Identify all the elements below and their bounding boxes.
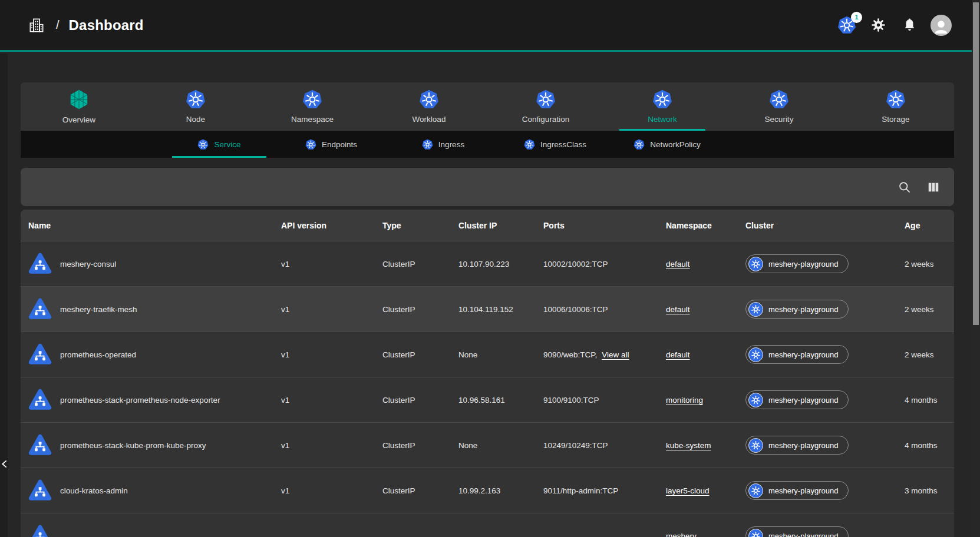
table-row[interactable]: prometheus-stack-kube-prom-kube-proxy v1… xyxy=(21,423,954,468)
cluster-ip: None xyxy=(458,350,543,359)
view-all-ports-link[interactable]: View all xyxy=(602,350,629,359)
age: 4 months xyxy=(905,441,946,450)
cluster-chip[interactable]: meshery-playground xyxy=(745,436,849,455)
service-resource-icon xyxy=(28,297,52,321)
ports: 9100/9100:TCP xyxy=(543,396,666,405)
subtab-ingressclass[interactable]: IngressClass xyxy=(499,131,611,158)
column-header-namespace[interactable]: Namespace xyxy=(666,221,745,230)
organization-building-icon[interactable] xyxy=(28,16,45,34)
kubernetes-context-button[interactable]: 1 xyxy=(837,15,857,35)
cluster-chip[interactable]: meshery-playground xyxy=(745,345,849,364)
service-resource-icon xyxy=(28,388,52,412)
subtab-label: Endpoints xyxy=(322,140,357,149)
column-header-name[interactable]: Name xyxy=(28,221,281,230)
table-row[interactable]: prometheus-operated v1 ClusterIP None 90… xyxy=(21,332,954,377)
tab-label: Network xyxy=(648,115,677,124)
tab-label: Namespace xyxy=(291,115,334,124)
subtab-service[interactable]: Service xyxy=(163,131,275,158)
tab-label: Security xyxy=(765,115,794,124)
cluster-ip: 10.96.58.161 xyxy=(458,396,543,405)
services-table: Name API version Type Cluster IP Ports N… xyxy=(21,210,954,537)
column-header-ports[interactable]: Ports xyxy=(543,221,666,230)
context-count-badge: 1 xyxy=(851,12,862,23)
scrollbar-thumb[interactable] xyxy=(973,2,979,325)
namespace-link[interactable]: monitoring xyxy=(666,396,703,405)
cluster-chip[interactable]: meshery-playground xyxy=(745,390,849,409)
table-row[interactable]: prometheus-stack-prometheus-node-exporte… xyxy=(21,377,954,423)
cluster-ip: 10.107.90.223 xyxy=(458,260,543,268)
meshery-icon xyxy=(68,89,90,110)
drawer-collapse-toggle[interactable] xyxy=(0,449,10,479)
header-actions: 1 xyxy=(837,15,956,36)
user-avatar[interactable] xyxy=(930,15,952,36)
view-columns-icon[interactable] xyxy=(926,180,941,195)
table-row[interactable]: meshery-traefik-mesh v1 ClusterIP 10.104… xyxy=(21,287,954,332)
tab-node[interactable]: Node xyxy=(137,82,254,131)
cluster-chip[interactable]: meshery-playground xyxy=(745,300,849,319)
ports: 10006/10006:TCP xyxy=(543,305,666,314)
kubernetes-icon xyxy=(748,393,763,407)
cluster-chip[interactable]: meshery-playground xyxy=(745,254,849,273)
kubernetes-icon xyxy=(302,90,322,110)
subtab-networkpolicy[interactable]: NetworkPolicy xyxy=(611,131,723,158)
tab-configuration[interactable]: Configuration xyxy=(487,82,604,131)
subtab-label: IngressClass xyxy=(540,140,586,149)
tab-label: Overview xyxy=(62,115,95,124)
kubernetes-icon xyxy=(197,139,209,150)
table-toolbar xyxy=(21,168,954,206)
page-title: Dashboard xyxy=(69,17,144,34)
cluster-ip: None xyxy=(458,441,543,450)
column-header-cluster-ip[interactable]: Cluster IP xyxy=(458,221,543,230)
kubernetes-icon xyxy=(748,257,763,271)
subtab-endpoints[interactable]: Endpoints xyxy=(275,131,387,158)
tab-security[interactable]: Security xyxy=(721,82,837,131)
kubernetes-icon xyxy=(536,90,556,110)
resource-tabbar: Overview Node Namespace Workload Configu… xyxy=(21,82,954,131)
api-version: v1 xyxy=(281,350,382,359)
namespace-link[interactable]: layer5-cloud xyxy=(666,486,710,495)
api-version: v1 xyxy=(281,305,382,314)
notifications-bell-button[interactable] xyxy=(899,15,919,35)
service-resource-icon xyxy=(28,524,52,537)
subtab-underline xyxy=(172,156,266,158)
column-header-type[interactable]: Type xyxy=(382,221,458,230)
kubernetes-icon xyxy=(652,90,672,110)
tab-label: Storage xyxy=(882,115,909,124)
age: 3 months xyxy=(905,486,946,495)
namespace-link[interactable]: default xyxy=(666,305,690,314)
namespace-link[interactable]: meshery xyxy=(666,532,697,537)
table-header-row: Name API version Type Cluster IP Ports N… xyxy=(21,210,954,241)
namespace-link[interactable]: default xyxy=(666,350,690,359)
subtab-label: NetworkPolicy xyxy=(650,140,701,149)
kubernetes-icon xyxy=(769,90,789,110)
service-resource-icon xyxy=(28,433,52,457)
app-header: / Dashboard 1 xyxy=(0,0,980,52)
service-name: meshery-consul xyxy=(60,260,116,268)
settings-gear-button[interactable] xyxy=(868,15,888,35)
subtab-ingress[interactable]: Ingress xyxy=(387,131,499,158)
subtab-label: Ingress xyxy=(438,140,464,149)
column-header-cluster[interactable]: Cluster xyxy=(745,221,905,230)
column-header-age[interactable]: Age xyxy=(905,221,946,230)
namespace-link[interactable]: kube-system xyxy=(666,441,711,450)
tab-network[interactable]: Network xyxy=(604,82,721,131)
search-icon[interactable] xyxy=(897,180,912,195)
ports: 9090/web:TCP,View all xyxy=(543,350,666,359)
service-name: prometheus-stack-prometheus-node-exporte… xyxy=(60,396,220,405)
tab-workload[interactable]: Workload xyxy=(371,82,487,131)
cluster-ip: 10.104.119.152 xyxy=(458,305,543,314)
column-header-api-version[interactable]: API version xyxy=(281,221,382,230)
service-type: ClusterIP xyxy=(382,260,458,268)
tab-namespace[interactable]: Namespace xyxy=(254,82,371,131)
table-row[interactable]: meshery meshery-playground xyxy=(21,513,954,537)
network-subtabbar: Service Endpoints Ingress IngressClass N… xyxy=(21,131,954,158)
table-row[interactable]: cloud-kratos-admin v1 ClusterIP 10.99.2.… xyxy=(21,468,954,513)
table-row[interactable]: meshery-consul v1 ClusterIP 10.107.90.22… xyxy=(21,241,954,287)
tab-overview[interactable]: Overview xyxy=(21,82,137,131)
namespace-link[interactable]: default xyxy=(666,260,690,268)
age: 4 months xyxy=(905,396,946,405)
age: 2 weeks xyxy=(905,350,946,359)
cluster-chip[interactable]: meshery-playground xyxy=(745,481,849,500)
cluster-chip[interactable]: meshery-playground xyxy=(745,526,849,537)
tab-storage[interactable]: Storage xyxy=(837,82,954,131)
